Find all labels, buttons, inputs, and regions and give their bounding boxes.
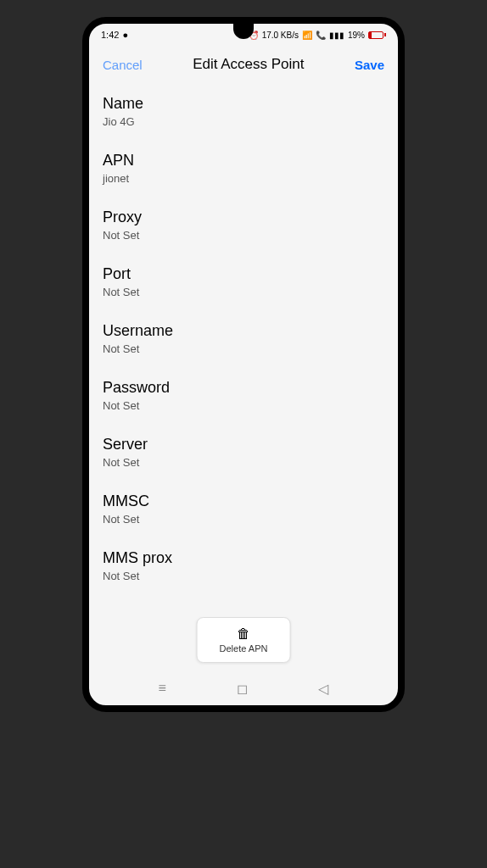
- back-button[interactable]: ◁: [318, 681, 328, 697]
- android-nav-bar: ≡ ◻ ◁: [89, 671, 398, 705]
- field-label: Password: [103, 379, 384, 397]
- network-speed: 17.0 KB/s: [262, 31, 299, 40]
- signal-icon: ▮▮▮: [329, 31, 344, 40]
- field-password[interactable]: Password Not Set: [103, 367, 384, 424]
- field-label: Username: [103, 322, 384, 340]
- trash-icon: 🗑: [237, 626, 250, 642]
- field-label: Server: [103, 436, 384, 453]
- battery-percent: 19%: [348, 31, 365, 40]
- field-label: Proxy: [103, 209, 384, 226]
- field-username[interactable]: Username Not Set: [103, 310, 384, 367]
- status-time: 1:42: [101, 30, 119, 40]
- field-label: Name: [103, 95, 384, 113]
- field-value: jionet: [103, 172, 384, 185]
- content-scroll[interactable]: Name Jio 4G APN jionet Proxy Not Set Por…: [89, 83, 398, 671]
- field-apn[interactable]: APN jionet: [103, 140, 384, 197]
- wifi-icon: 📶: [302, 31, 312, 40]
- cancel-button[interactable]: Cancel: [103, 58, 143, 72]
- field-port[interactable]: Port Not Set: [103, 253, 384, 310]
- page-title: Edit Access Point: [193, 56, 304, 73]
- phone-frame: 1:42 ● ⏰ 17.0 KB/s 📶 📞 ▮▮▮ 19% Cancel Ed…: [82, 17, 405, 712]
- field-label: MMS prox: [103, 549, 384, 567]
- delete-label: Delete APN: [220, 643, 268, 654]
- header: Cancel Edit Access Point Save: [89, 46, 398, 83]
- status-right: ⏰ 17.0 KB/s 📶 📞 ▮▮▮ 19%: [249, 31, 386, 40]
- recent-apps-button[interactable]: ≡: [159, 681, 166, 696]
- field-label: APN: [103, 152, 384, 170]
- vowifi-icon: 📞: [316, 31, 326, 40]
- field-value: Not Set: [103, 570, 384, 582]
- field-value: Jio 4G: [103, 115, 384, 128]
- field-mms-proxy[interactable]: MMS prox Not Set: [103, 537, 384, 594]
- field-label: MMSC: [103, 492, 384, 510]
- field-mmsc[interactable]: MMSC Not Set: [103, 481, 384, 537]
- save-button[interactable]: Save: [355, 58, 384, 72]
- field-value: Not Set: [103, 513, 384, 526]
- home-button[interactable]: ◻: [237, 681, 248, 697]
- field-server[interactable]: Server Not Set: [103, 424, 384, 481]
- field-label: Port: [103, 265, 384, 283]
- field-value: Not Set: [103, 229, 384, 242]
- status-left: 1:42 ●: [101, 30, 128, 40]
- field-name[interactable]: Name Jio 4G: [103, 83, 384, 140]
- field-value: Not Set: [103, 342, 384, 355]
- delete-apn-button[interactable]: 🗑 Delete APN: [197, 617, 291, 663]
- field-value: Not Set: [103, 286, 384, 298]
- notification-dot-icon: ●: [122, 30, 128, 40]
- field-value: Not Set: [103, 456, 384, 469]
- field-value: Not Set: [103, 399, 384, 412]
- field-proxy[interactable]: Proxy Not Set: [103, 197, 384, 253]
- battery-icon: [368, 31, 386, 39]
